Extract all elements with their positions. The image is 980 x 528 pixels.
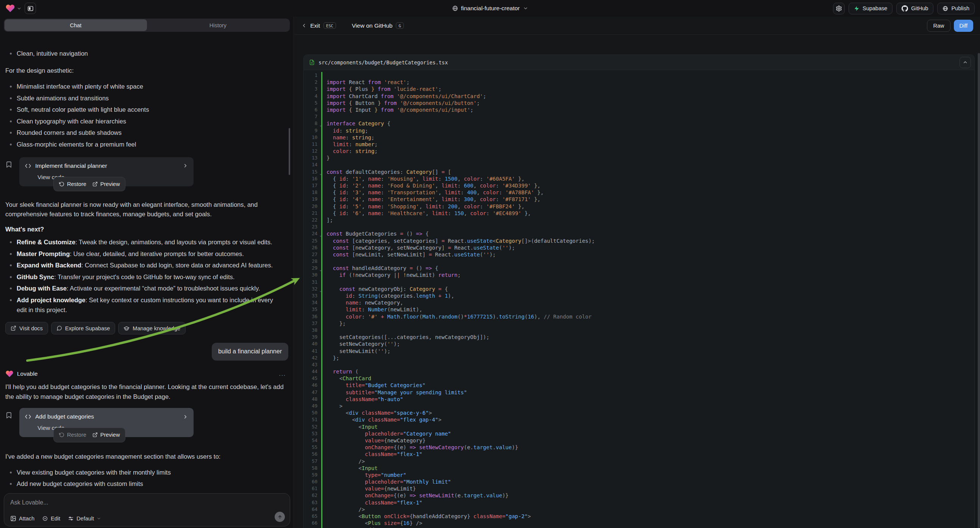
list-item: Master Prompting: Use clear, detailed, a… <box>5 249 282 259</box>
manage-knowledge-button[interactable]: Manage knowledge <box>118 322 186 334</box>
preview-button[interactable]: Preview <box>92 180 120 188</box>
code-icon <box>25 162 32 169</box>
edit-card-row: Add budget categories View code Restore <box>5 408 288 437</box>
file-path: src/components/budget/BudgetCategories.t… <box>318 59 448 65</box>
list-item: GitHub Sync: Transfer your project's cod… <box>5 272 282 282</box>
code-scrollbar-thumb[interactable] <box>978 53 980 528</box>
tab-history[interactable]: History <box>147 19 290 31</box>
settings-button[interactable] <box>833 3 845 14</box>
restore-button[interactable]: Restore <box>59 431 86 439</box>
code-line: 27 const [newLimit, setNewLimit] = React… <box>304 251 974 258</box>
file-header-row[interactable]: src/components/budget/BudgetCategories.t… <box>304 55 974 70</box>
sidebar-toggle-button[interactable] <box>25 3 36 14</box>
code-line: 20 { id: '5', name: 'Shopping', limit: 2… <box>304 203 974 210</box>
globe-icon <box>452 5 458 11</box>
code-line: 21 { id: '6', name: 'Healthcare', limit:… <box>304 210 974 217</box>
code-line: 4import ChartCard from '@/components/ui/… <box>304 93 974 100</box>
project-switcher[interactable]: financial-future-creator <box>452 5 528 12</box>
chat-scroll-area[interactable]: Clean, intuitive navigation For the desi… <box>0 48 294 493</box>
added-bullets: View existing budget categories with the… <box>5 468 288 493</box>
lovable-heart-icon <box>5 370 14 378</box>
code-viewer-header: Exit ESC View on GitHub G Raw Diff <box>294 17 980 35</box>
code-line: 22]; <box>304 217 974 223</box>
bookmark-icon[interactable] <box>5 161 13 168</box>
list-item: Clean typography with clear hierarchies <box>5 117 288 127</box>
prompt-input-box[interactable]: Ask Lovable... Attach Edit Default <box>4 493 290 526</box>
diff-toggle-button[interactable]: Diff <box>954 20 974 32</box>
code-line: 35 limit: Number(newLimit), <box>304 306 974 313</box>
lovable-heart-icon <box>5 3 15 13</box>
chevron-up-icon <box>963 60 968 65</box>
edit-card-add-budget-categories[interactable]: Add budget categories View code Restore <box>19 408 194 437</box>
exit-button[interactable]: Exit ESC <box>301 22 336 29</box>
list-item: Debug with Ease: Activate our experiment… <box>5 284 282 294</box>
restore-icon <box>59 181 64 187</box>
code-line: 48 className="h-auto" <box>304 396 974 402</box>
visit-docs-button[interactable]: Visit docs <box>5 322 48 334</box>
code-line: 46 title="Budget Categories" <box>304 382 974 389</box>
code-line: 65 <Button onClick={handleAddCategory} c… <box>304 513 974 520</box>
g-kbd-badge: G <box>396 22 403 29</box>
tab-chat[interactable]: Chat <box>5 19 147 31</box>
code-line: 62 onChange={(e) => setNewLimit(e.target… <box>304 492 974 499</box>
code-line: 11 limit: number; <box>304 141 974 148</box>
view-on-github-button[interactable]: View on GitHub G <box>352 22 404 29</box>
preview-button[interactable]: Preview <box>92 431 120 439</box>
code-line: 61 value={newLimit} <box>304 485 974 492</box>
chat-bubble-icon <box>56 325 62 331</box>
explore-supabase-button[interactable]: Explore Supabase <box>51 322 116 334</box>
code-line: 9 id: string; <box>304 127 974 134</box>
edit-card-implement-financial-planner[interactable]: Implement financial planner View code Re… <box>19 157 194 186</box>
code-line: 2import React from 'react'; <box>304 79 974 86</box>
code-line: 42 }; <box>304 355 974 361</box>
collapse-file-button[interactable] <box>959 57 971 68</box>
mode-selector[interactable]: Default <box>68 515 101 522</box>
graduation-cap-icon <box>124 325 130 331</box>
code-line: 25 const [categories, setCategories] = R… <box>304 237 974 244</box>
code-line: 13} <box>304 154 974 161</box>
code-line: 38 <box>304 327 974 334</box>
code-line: 50 <div className="space-y-6"> <box>304 409 974 416</box>
chat-history-tabbar: Chat History <box>4 19 290 32</box>
chevron-left-icon <box>301 23 307 29</box>
supabase-button[interactable]: Supabase <box>848 3 892 14</box>
publish-button[interactable]: Publish <box>937 3 975 14</box>
code-line: 67 Add <box>304 526 974 528</box>
code-line: 31 <box>304 279 974 286</box>
send-button[interactable] <box>275 512 285 522</box>
github-button[interactable]: GitHub <box>896 3 934 14</box>
code-line: 23 <box>304 223 974 230</box>
edit-mode-button[interactable]: Edit <box>42 515 60 522</box>
external-link-icon <box>92 181 98 187</box>
code-line: 51 <div className="flex gap-4"> <box>304 416 974 423</box>
code-line: 28 <box>304 258 974 265</box>
more-menu-button[interactable]: ... <box>279 369 288 378</box>
code-line: 37 }; <box>304 320 974 327</box>
edit-title: Add budget categories <box>35 412 94 421</box>
bookmark-icon[interactable] <box>5 412 13 419</box>
attach-button[interactable]: Attach <box>10 515 35 522</box>
supabase-bolt-icon <box>854 6 859 11</box>
code-body[interactable]: 12import React from 'react';3import { Pl… <box>304 70 974 528</box>
added-paragraph: I've added a new budget categories manag… <box>5 452 286 462</box>
topbar: financial-future-creator Supabase GitHub <box>0 0 980 17</box>
chat-scrollbar-thumb[interactable] <box>289 128 290 175</box>
code-line: 34 name: newCategory, <box>304 299 974 306</box>
esc-kbd-badge: ESC <box>323 22 336 29</box>
restore-button[interactable]: Restore <box>59 180 86 188</box>
code-line: 55 onChange={(e) => setNewCategory(e.tar… <box>304 444 974 451</box>
external-link-icon <box>92 432 98 437</box>
list-item: Add new budget categories with custom li… <box>5 479 288 489</box>
code-line: 60 placeholder="Monthly limit" <box>304 479 974 485</box>
raw-toggle-button[interactable]: Raw <box>927 20 950 32</box>
code-line: 17 { id: '2', name: 'Food & Dining', lim… <box>304 182 974 189</box>
attach-image-icon <box>10 515 16 522</box>
code-line: 64 /> <box>304 506 974 513</box>
list-item: Soft, neutral color palette with light b… <box>5 105 288 115</box>
list-item: Rounded corners and subtle shadows <box>5 128 288 138</box>
code-line: 29⌄ const handleAddCategory = () => { <box>304 265 974 272</box>
lovable-logo-menu[interactable] <box>5 3 22 13</box>
list-item: Clean, intuitive navigation <box>5 49 288 59</box>
list-item: Subtle animations and transitions <box>5 94 288 103</box>
whats-next-heading: What's next? <box>5 224 286 234</box>
